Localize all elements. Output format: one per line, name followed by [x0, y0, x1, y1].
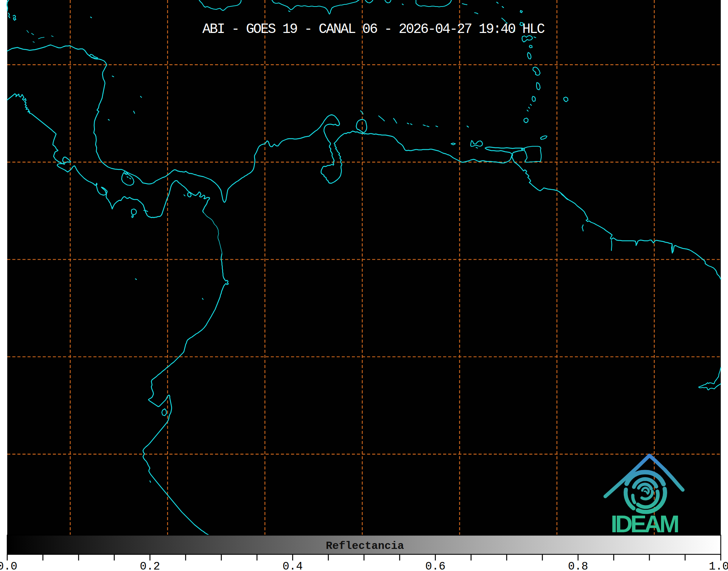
svg-text:1.0: 1.0: [709, 560, 728, 571]
svg-text:0.2: 0.2: [140, 560, 160, 571]
svg-text:0.6: 0.6: [425, 560, 446, 571]
svg-text:Reflectancia: Reflectancia: [326, 540, 404, 552]
svg-text:IDEAM: IDEAM: [611, 510, 678, 537]
svg-text:0.4: 0.4: [282, 560, 303, 571]
svg-text:0.8: 0.8: [568, 560, 588, 571]
svg-text:0.0: 0.0: [0, 560, 17, 571]
